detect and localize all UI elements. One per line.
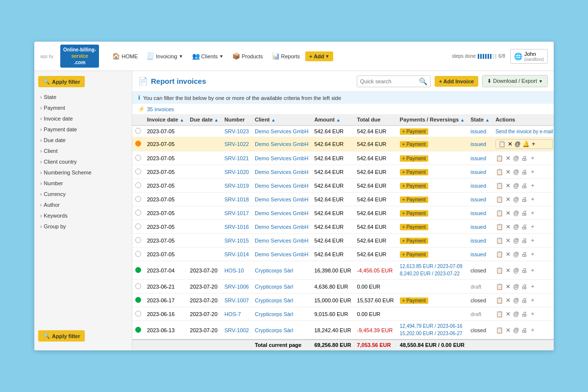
apply-filter-button-top[interactable]: 🔍 Apply filter: [38, 76, 85, 87]
row-client[interactable]: Demo Services GmbH: [252, 179, 311, 193]
action-icon[interactable]: @: [513, 209, 519, 217]
action-icon[interactable]: ✕: [505, 296, 511, 304]
action-icon[interactable]: ＋: [529, 208, 536, 218]
row-payments[interactable]: + Payment: [397, 137, 467, 151]
action-icon[interactable]: 🖨: [521, 237, 528, 245]
col-state[interactable]: State ▲: [467, 114, 492, 125]
action-icon[interactable]: 🖨: [521, 182, 528, 190]
action-icon[interactable]: ＋: [529, 195, 536, 204]
row-client[interactable]: Demo Services GmbH: [252, 193, 311, 206]
action-icon[interactable]: ✕: [505, 267, 511, 274]
action-icon[interactable]: ✕: [505, 182, 511, 190]
row-number[interactable]: SRV-1022: [221, 137, 252, 151]
row-client[interactable]: Demo Services GmbH: [252, 125, 311, 137]
action-icon[interactable]: @: [513, 168, 519, 176]
row-number[interactable]: SRV-1019: [221, 179, 252, 193]
row-payments[interactable]: + Payment: [397, 234, 467, 247]
action-icon[interactable]: 📋: [495, 267, 504, 274]
action-icon[interactable]: @: [513, 223, 519, 231]
filter-payment[interactable]: › Payment: [38, 103, 128, 113]
action-icon[interactable]: 🖨: [521, 223, 528, 231]
action-icon[interactable]: ＋: [529, 282, 536, 291]
filter-invoice-date[interactable]: › Invoice date: [38, 114, 128, 123]
filter-number[interactable]: › Number: [38, 178, 128, 188]
action-icon[interactable]: @: [513, 283, 519, 291]
row-payments[interactable]: + Payment: [397, 206, 467, 220]
row-payments[interactable]: + Payment: [397, 294, 467, 307]
action-icon[interactable]: @: [513, 237, 519, 245]
row-radio[interactable]: [132, 261, 144, 280]
send-email-action[interactable]: Send the invoice by e-mail: [495, 129, 553, 134]
search-icon[interactable]: 🔍: [419, 77, 427, 85]
action-icon[interactable]: ＋: [529, 325, 536, 335]
row-number[interactable]: SRV-1020: [221, 165, 252, 179]
action-icon[interactable]: @: [513, 154, 519, 162]
row-radio[interactable]: [132, 125, 144, 137]
action-icon[interactable]: 🖨: [521, 326, 528, 334]
col-invoice-date[interactable]: Invoice date ▲: [144, 114, 187, 125]
filter-keywords[interactable]: › Keywords: [38, 211, 128, 220]
action-icon[interactable]: ✕: [505, 168, 511, 176]
nav-reports[interactable]: 📊 Reports: [269, 50, 304, 62]
action-icon[interactable]: 🖨: [521, 310, 528, 318]
add-invoice-button[interactable]: + Add Invoice: [435, 76, 478, 87]
row-payments[interactable]: + Payment: [397, 125, 467, 137]
action-icon[interactable]: ＋: [529, 266, 536, 275]
action-icon[interactable]: ＋: [529, 249, 536, 259]
action-icon[interactable]: 🖨: [521, 154, 528, 162]
col-number[interactable]: Number: [221, 114, 252, 125]
action-icon[interactable]: 📋: [495, 310, 504, 318]
action-icon[interactable]: ＋: [529, 167, 536, 176]
user-button[interactable]: 🌐 John (sandbox): [510, 49, 548, 64]
filter-numbering-scheme[interactable]: › Numbering Scheme: [38, 168, 128, 177]
action-icon[interactable]: ✕: [505, 310, 511, 318]
action-icon[interactable]: 🖨: [521, 209, 528, 217]
action-icon[interactable]: ✕: [505, 223, 511, 231]
filter-author[interactable]: › Author: [38, 200, 128, 210]
col-payments[interactable]: Payments / Reversings ▲: [397, 114, 467, 125]
action-icon[interactable]: +: [531, 140, 536, 148]
row-radio[interactable]: [132, 151, 144, 165]
nav-invoicing[interactable]: 🧾 Invoicing ▼: [143, 50, 186, 62]
row-payments[interactable]: + Payment: [397, 151, 467, 165]
row-radio[interactable]: [132, 206, 144, 220]
action-icon[interactable]: ✕: [505, 154, 511, 162]
col-due-date[interactable]: Due date ▲: [187, 114, 221, 125]
action-icon[interactable]: 📋: [495, 250, 504, 258]
row-payments[interactable]: + Payment: [397, 165, 467, 179]
nav-clients[interactable]: 👥 Clients ▼: [189, 50, 227, 62]
action-icon[interactable]: 📋: [495, 182, 504, 190]
row-client[interactable]: Demo Services GmbH: [252, 151, 311, 165]
action-icon[interactable]: 🖨: [521, 250, 528, 258]
action-icon[interactable]: ＋: [529, 236, 536, 245]
filter-currency[interactable]: › Currency: [38, 189, 128, 199]
action-icon[interactable]: 📋: [495, 296, 504, 304]
action-icon[interactable]: 📋: [495, 237, 504, 245]
search-input[interactable]: [360, 78, 419, 84]
row-number[interactable]: SRV-1021: [221, 151, 252, 165]
row-number[interactable]: HOS-7: [221, 307, 252, 321]
action-icon[interactable]: ✕: [505, 326, 511, 334]
action-icon[interactable]: ✕: [507, 140, 513, 148]
row-payments[interactable]: + Payment: [397, 247, 467, 261]
action-icon[interactable]: @: [513, 250, 519, 258]
row-number[interactable]: SRV-1006: [221, 280, 252, 294]
add-button[interactable]: + Add ▼: [305, 51, 333, 61]
action-icon[interactable]: ✕: [505, 283, 511, 291]
row-client[interactable]: Demo Services GmbH: [252, 220, 311, 234]
action-icon[interactable]: @: [513, 196, 519, 203]
action-icon[interactable]: ✕: [505, 209, 511, 217]
row-radio[interactable]: [132, 280, 144, 294]
filter-client-country[interactable]: › Client country: [38, 157, 128, 167]
action-icon[interactable]: @: [513, 267, 519, 274]
action-icon[interactable]: ✕: [505, 250, 511, 258]
row-payments[interactable]: 12,494.79 EUR / 2023-06-1615,202.00 EUR …: [397, 321, 467, 340]
filter-state[interactable]: › State: [38, 92, 128, 102]
row-payments[interactable]: + Payment: [397, 193, 467, 206]
filter-client[interactable]: › Client: [38, 146, 128, 156]
download-export-button[interactable]: ⬇ Download / Export ▼: [482, 75, 548, 87]
action-icon[interactable]: 📋: [495, 168, 504, 176]
row-radio[interactable]: [132, 307, 144, 321]
action-icon[interactable]: @: [514, 140, 521, 148]
action-icon[interactable]: @: [513, 296, 519, 304]
